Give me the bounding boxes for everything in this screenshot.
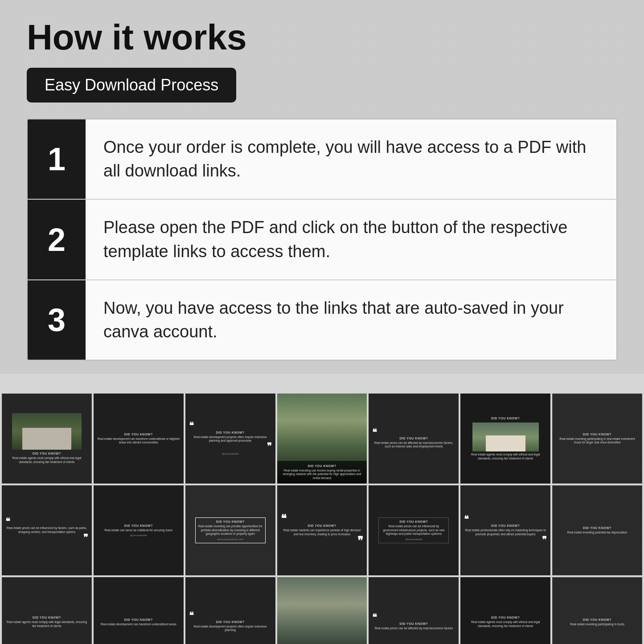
card9-header: DID YOU KNOW? bbox=[124, 524, 153, 527]
step-number-3: 3 bbox=[28, 280, 86, 360]
card4-header: DID YOU KNOW? bbox=[281, 464, 364, 468]
gallery-item-15: DID YOU KNOW? Real estate agents must co… bbox=[2, 577, 92, 644]
card21-body: Real estate investing participating in t… bbox=[570, 623, 624, 626]
page-title: How it works bbox=[27, 18, 617, 57]
gallery-item-10: DID YOU KNOW? Real estate investing can … bbox=[185, 485, 275, 575]
card8-quote: ❝ bbox=[5, 517, 10, 526]
card7-header: DID YOU KNOW? bbox=[583, 433, 611, 436]
gallery-item-21: DID YOU KNOW? Real estate investing part… bbox=[552, 577, 642, 644]
card12-header: DID YOU KNOW? bbox=[399, 520, 428, 523]
card12-body: Real estate prices can be influenced by … bbox=[381, 525, 446, 536]
card13-quote-open: ❝ bbox=[464, 514, 469, 524]
card13-body: Real estate professionals often rely on … bbox=[464, 529, 547, 536]
gallery-item-13: ❝ DID YOU KNOW? Real estate professional… bbox=[460, 485, 550, 575]
card14-header: DID YOU KNOW? bbox=[583, 526, 611, 529]
card2-header: DID YOU KNOW? bbox=[124, 433, 153, 436]
gallery-item-20: DID YOU KNOW? Real estate agents must co… bbox=[460, 577, 550, 644]
card17-quote-open: ❝ bbox=[189, 611, 194, 620]
card3-body: Real estate development projects often r… bbox=[189, 435, 272, 443]
step-row-1: 1 Once your order is complete, you will … bbox=[28, 119, 616, 200]
card10-header: DID YOU KNOW? bbox=[216, 520, 245, 523]
gallery-item-2: DID YOU KNOW? Real estate development ca… bbox=[94, 394, 184, 484]
card13-quote-close: ❞ bbox=[542, 535, 547, 545]
card5-quote-open: ❝ bbox=[372, 427, 377, 437]
card19-header: DID YOU KNOW? bbox=[399, 622, 428, 625]
card10-website: www.yourwebsite.com bbox=[217, 538, 243, 541]
card13-header: DID YOU KNOW? bbox=[491, 524, 520, 527]
card15-body: Real estate agents must comply with lega… bbox=[6, 620, 88, 628]
card12-outline: DID YOU KNOW? Real estate prices can be … bbox=[378, 517, 449, 543]
gallery-item-7: DID YOU KNOW? Real estate investing part… bbox=[552, 394, 642, 484]
card17-body: Real estate development projects often r… bbox=[189, 625, 272, 632]
card7-body: Real estate investing participating in r… bbox=[556, 437, 638, 445]
card19-body: Real estate prices can be affected by ma… bbox=[374, 627, 453, 630]
gallery-item-12: DID YOU KNOW? Real estate prices can be … bbox=[369, 485, 459, 575]
card3-quote-close: ❞ bbox=[267, 441, 272, 451]
card12-website: @yourwebsite bbox=[405, 538, 422, 541]
card8-body: Real estate prices can be influenced by … bbox=[5, 526, 88, 534]
card10-outline: DID YOU KNOW? Real estate investing can … bbox=[195, 517, 266, 543]
step-text-2: Please open the PDF and click on the but… bbox=[86, 200, 616, 279]
gallery-section: DID YOU KNOW? Real estate agents must co… bbox=[0, 392, 644, 644]
gallery-item-19: ❝ DID YOU KNOW? Real estate prices can b… bbox=[369, 577, 459, 644]
card11-quote-open: ❝ bbox=[281, 513, 287, 525]
card5-body: Real estate prices can be affected by ma… bbox=[372, 441, 455, 449]
gallery-item-5: ❝ DID YOU KNOW? Real estate prices can b… bbox=[369, 394, 459, 484]
card1-header: DID YOU KNOW? bbox=[33, 452, 61, 455]
gallery-item-8: ❝ Real estate prices can be influenced b… bbox=[2, 485, 92, 575]
steps-container: 1 Once your order is complete, you will … bbox=[27, 119, 617, 361]
card17-header: DID YOU KNOW? bbox=[216, 620, 245, 623]
step-row-2: 2 Please open the PDF and click on the b… bbox=[28, 200, 616, 280]
gallery-item-9: DID YOU KNOW? Real estate can serve as c… bbox=[94, 485, 184, 575]
card19-quote-open: ❝ bbox=[372, 612, 377, 622]
gallery-item-14: DID YOU KNOW? Real estate investing pote… bbox=[552, 485, 642, 575]
card16-body: Real estate development can transform un… bbox=[101, 623, 176, 626]
card20-header: DID YOU KNOW? bbox=[491, 616, 520, 619]
card2-body: Real estate development can transform un… bbox=[97, 437, 180, 445]
gallery-item-1: DID YOU KNOW? Real estate agents must co… bbox=[2, 394, 92, 484]
step-number-2: 2 bbox=[28, 200, 86, 279]
card5-header: DID YOU KNOW? bbox=[399, 437, 428, 440]
step-number-1: 1 bbox=[28, 119, 86, 199]
step-text-3: Now, you have access to the links that a… bbox=[86, 280, 616, 360]
card11-body: Real estate markets can experience perio… bbox=[281, 529, 364, 536]
card10-body: Real estate investing can provide opport… bbox=[198, 525, 263, 536]
gallery-item-17: ❝ DID YOU KNOW? Real estate development … bbox=[185, 577, 275, 644]
step-text-1: Once your order is complete, you will ha… bbox=[86, 119, 616, 199]
card20-body: Real estate agents must comply with ethi… bbox=[464, 620, 547, 628]
card4-body: Real estate investing can involve buying… bbox=[281, 469, 364, 480]
card3-website: @yourwebsite bbox=[222, 452, 239, 455]
gallery-item-4: DID YOU KNOW? Real estate investing can … bbox=[277, 394, 367, 484]
download-process-badge: Easy Download Process bbox=[27, 68, 236, 103]
card16-header: DID YOU KNOW? bbox=[124, 618, 153, 621]
gallery-item-16: DID YOU KNOW? Real estate development ca… bbox=[94, 577, 184, 644]
gallery-item-18: DID YOU KNOW? Real estate investing prop… bbox=[277, 577, 367, 644]
gallery-item-11: ❝ DID YOU KNOW? Real estate markets can … bbox=[277, 485, 367, 575]
card15-header: DID YOU KNOW? bbox=[33, 616, 61, 619]
card9-body: Real estate can serve as collateral for … bbox=[105, 529, 172, 532]
gallery-item-3: ❝ DID YOU KNOW? Real estate development … bbox=[185, 394, 275, 484]
card8-quote-close: ❞ bbox=[83, 533, 88, 542]
card1-body: Real estate agents must comply with ethi… bbox=[6, 456, 88, 464]
card14-body: Real estate investing potential tax depr… bbox=[567, 531, 627, 534]
gallery-item-6: DID YOU KNOW? Real estate agents must co… bbox=[460, 394, 550, 484]
card21-header: DID YOU KNOW? bbox=[583, 618, 611, 621]
step-row-3: 3 Now, you have access to the links that… bbox=[28, 280, 616, 360]
card3-quote-open: ❝ bbox=[189, 421, 194, 431]
card6-body: Real estate agents must comply with ethi… bbox=[464, 453, 547, 460]
card3-header: DID YOU KNOW? bbox=[216, 431, 245, 434]
top-section: How it works Easy Download Process 1 Onc… bbox=[0, 0, 644, 374]
card9-website: @yourwebsite bbox=[130, 534, 147, 537]
card6-header: DID YOU KNOW? bbox=[491, 417, 520, 420]
card11-header: DID YOU KNOW? bbox=[308, 524, 336, 527]
card11-quote-close: ❞ bbox=[357, 534, 363, 546]
